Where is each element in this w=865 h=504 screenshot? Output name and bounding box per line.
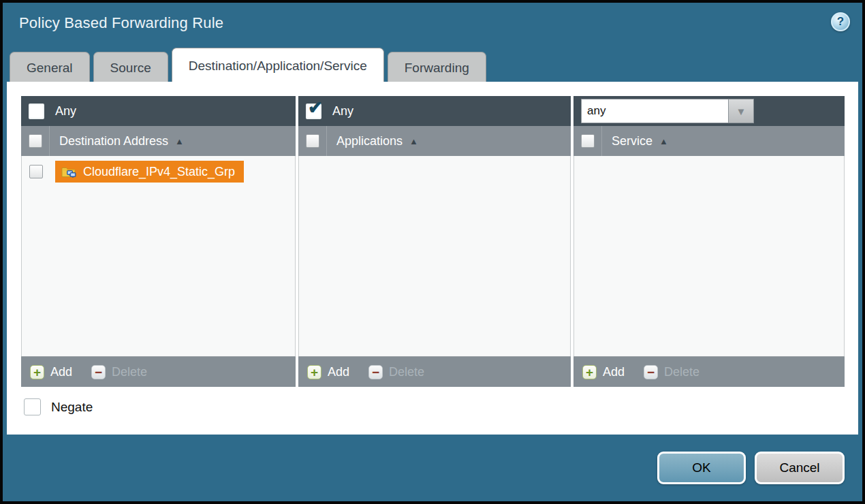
- service-table-header: Service ▲: [573, 126, 845, 156]
- service-dropdown-button[interactable]: ▼: [728, 99, 754, 123]
- negate-checkbox[interactable]: [24, 398, 41, 415]
- applications-column: ✔ Any Applications ▲ + Add: [298, 96, 571, 387]
- destination-list[interactable]: Cloudflare_IPv4_Static_Grp: [21, 156, 296, 356]
- tab-bar: General Source Destination/Application/S…: [10, 48, 486, 83]
- service-column-title: Service: [612, 134, 652, 148]
- tab-content-panel: Any Destination Address ▲: [7, 82, 858, 435]
- service-delete-button[interactable]: − Delete: [644, 365, 699, 379]
- service-list[interactable]: [573, 156, 845, 356]
- policy-based-forwarding-rule-dialog: Policy Based Forwarding Rule ? General S…: [0, 0, 865, 504]
- minus-icon: −: [368, 365, 383, 379]
- applications-any-label: Any: [332, 104, 353, 119]
- applications-any-bar: ✔ Any: [298, 96, 571, 126]
- destination-address-column: Any Destination Address ▲: [21, 96, 296, 387]
- service-select-all-checkbox[interactable]: [581, 134, 595, 148]
- ok-button[interactable]: OK: [657, 452, 746, 484]
- destination-any-label: Any: [55, 104, 76, 119]
- address-group-label: Cloudflare_IPv4_Static_Grp: [83, 165, 235, 179]
- destination-table-header: Destination Address ▲: [21, 126, 296, 156]
- table-row: Cloudflare_IPv4_Static_Grp: [22, 161, 295, 183]
- sort-asc-icon[interactable]: ▲: [409, 136, 418, 146]
- applications-list[interactable]: [298, 156, 571, 356]
- sort-asc-icon[interactable]: ▲: [659, 136, 668, 146]
- destination-any-checkbox[interactable]: [29, 104, 44, 119]
- service-dropdown[interactable]: ▼: [581, 99, 754, 123]
- help-icon[interactable]: ?: [831, 12, 850, 31]
- destination-column-title: Destination Address: [59, 134, 168, 148]
- negate-label: Negate: [51, 400, 93, 415]
- service-column: ▼ Service ▲ + Add: [573, 96, 845, 387]
- applications-select-all-checkbox[interactable]: [306, 134, 319, 148]
- row-checkbox[interactable]: [29, 165, 43, 178]
- applications-delete-button[interactable]: − Delete: [368, 365, 424, 379]
- tab-general[interactable]: General: [10, 52, 90, 83]
- applications-footer: + Add − Delete: [298, 356, 571, 387]
- service-mode-bar: ▼: [573, 96, 845, 126]
- dialog-title: Policy Based Forwarding Rule: [19, 14, 223, 31]
- minus-icon: −: [91, 365, 106, 379]
- checkmark-icon: ✔: [308, 99, 323, 116]
- plus-icon: +: [582, 365, 597, 379]
- tab-destination-application-service[interactable]: Destination/Application/Service: [172, 48, 384, 83]
- question-mark-glyph: ?: [837, 15, 844, 29]
- tab-forwarding[interactable]: Forwarding: [388, 52, 486, 83]
- service-footer: + Add − Delete: [573, 356, 845, 387]
- selector-columns: Any Destination Address ▲: [7, 82, 858, 387]
- destination-select-all-checkbox[interactable]: [29, 134, 42, 148]
- sort-asc-icon[interactable]: ▲: [175, 136, 184, 146]
- minus-icon: −: [644, 365, 658, 379]
- applications-column-title: Applications: [336, 134, 403, 148]
- dialog-titlebar: Policy Based Forwarding Rule ?: [3, 3, 862, 46]
- service-add-button[interactable]: + Add: [582, 365, 625, 379]
- address-group-item[interactable]: Cloudflare_IPv4_Static_Grp: [55, 161, 244, 183]
- destination-add-button[interactable]: + Add: [30, 365, 72, 379]
- address-group-icon: [61, 166, 77, 178]
- destination-any-bar: Any: [21, 96, 296, 126]
- cancel-button[interactable]: Cancel: [755, 452, 845, 484]
- applications-any-checkbox[interactable]: ✔: [306, 104, 321, 119]
- applications-table-header: Applications ▲: [298, 126, 571, 156]
- plus-icon: +: [30, 365, 44, 379]
- service-dropdown-input[interactable]: [581, 99, 728, 123]
- chevron-down-icon: ▼: [736, 106, 746, 117]
- negate-row: Negate: [24, 398, 858, 415]
- plus-icon: +: [307, 365, 321, 379]
- tab-source[interactable]: Source: [93, 52, 168, 83]
- applications-add-button[interactable]: + Add: [307, 365, 349, 379]
- dialog-button-bar: OK Cancel: [3, 432, 862, 501]
- destination-footer: + Add − Delete: [21, 356, 296, 387]
- destination-delete-button[interactable]: − Delete: [91, 365, 147, 379]
